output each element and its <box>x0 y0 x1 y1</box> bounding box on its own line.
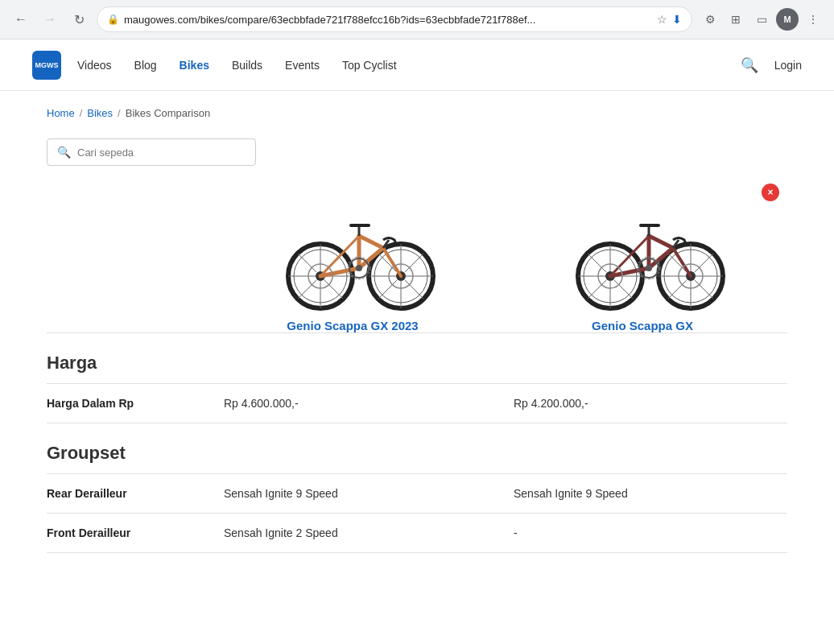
section-harga: Harga <box>47 333 787 384</box>
search-button[interactable]: 🔍 <box>741 56 758 74</box>
nav-links: Videos Blog Bikes Builds Events Top Cycl… <box>77 59 741 72</box>
bike-name-2: Genio Scappa GX <box>592 319 693 332</box>
bike-image-1 <box>264 192 441 312</box>
label-front-derailleur: Front Derailleur <box>47 526 208 539</box>
svg-line-43 <box>588 254 606 272</box>
svg-point-68 <box>646 265 652 271</box>
site-nav: MGWS Videos Blog Bikes Builds Events Top… <box>0 39 834 91</box>
breadcrumb-home[interactable]: Home <box>47 107 75 119</box>
nav-builds[interactable]: Builds <box>232 59 262 72</box>
close-bike-2-button[interactable]: × <box>762 184 779 201</box>
svg-point-32 <box>356 265 362 271</box>
bike-image-2 <box>554 192 731 312</box>
nav-videos[interactable]: Videos <box>77 59 112 72</box>
label-rear-derailleur: Rear Derailleur <box>47 487 208 500</box>
row-harga-dalam-rp: Harga Dalam Rp Rp 4.600.000,- Rp 4.200.0… <box>47 384 787 423</box>
svg-line-20 <box>405 254 423 272</box>
svg-line-55 <box>695 280 713 299</box>
svg-line-21 <box>378 280 397 299</box>
browser-right-icons: ⚙ ⊞ ▭ M ⋮ <box>699 8 824 31</box>
svg-line-19 <box>405 280 423 299</box>
value-rear-deraill-bike1: Sensah Ignite 9 Speed <box>208 487 498 500</box>
breadcrumb-sep-2: / <box>118 107 121 119</box>
page-content: Home / Bikes / Bikes Comparison 🔍 <box>14 91 820 585</box>
svg-line-8 <box>324 280 343 299</box>
bookmark-icon: ☆ <box>657 13 667 26</box>
search-input-wrapper: 🔍 <box>47 138 256 166</box>
svg-line-7 <box>298 254 316 272</box>
browser-chrome: ← → ↻ 🔒 maugowes.com/bikes/compare/63ecb… <box>0 0 834 39</box>
tab-search-button[interactable]: ⊞ <box>725 8 747 31</box>
svg-line-26 <box>383 248 401 276</box>
svg-line-44 <box>614 280 633 299</box>
svg-line-56 <box>695 254 713 272</box>
svg-line-57 <box>668 280 687 299</box>
section-groupset: Groupset <box>47 423 787 474</box>
lock-icon: 🔒 <box>107 14 119 25</box>
back-button[interactable]: ← <box>10 8 32 31</box>
value-harga-bike1: Rp 4.600.000,- <box>208 397 498 410</box>
nav-top-cyclist[interactable]: Top Cyclist <box>342 59 397 72</box>
url-text: maugowes.com/bikes/compare/63ecbbfade721… <box>124 14 652 26</box>
svg-line-46 <box>588 280 606 299</box>
bike-name-1: Genio Scappa GX 2023 <box>287 319 418 332</box>
reload-button[interactable]: ↻ <box>68 8 90 31</box>
forward-button[interactable]: → <box>39 8 61 31</box>
svg-line-61 <box>649 236 673 248</box>
cast-button[interactable]: ▭ <box>750 8 773 31</box>
bikes-header-row: Genio Scappa GX 2023 × <box>47 192 787 333</box>
nav-blog[interactable]: Blog <box>134 59 157 72</box>
profile-button[interactable]: M <box>776 8 799 31</box>
menu-button[interactable]: ⋮ <box>802 8 824 31</box>
nav-right: 🔍 Login <box>741 56 802 74</box>
svg-line-25 <box>359 236 383 248</box>
search-input[interactable] <box>77 147 246 159</box>
browser-toolbar: ← → ↻ 🔒 maugowes.com/bikes/compare/63ecb… <box>0 0 834 39</box>
nav-bikes[interactable]: Bikes <box>180 59 209 72</box>
breadcrumb-current: Bikes Comparison <box>126 107 211 119</box>
bike-card-2: × <box>498 192 787 332</box>
breadcrumb-sep-1: / <box>80 107 83 119</box>
value-front-deraill-bike2: - <box>498 526 787 539</box>
row-front-derailleur: Front Derailleur Sensah Ignite 2 Speed - <box>47 514 787 553</box>
extensions-button[interactable]: ⚙ <box>699 8 721 31</box>
comparison-table: Harga Harga Dalam Rp Rp 4.600.000,- Rp 4… <box>47 333 787 553</box>
value-harga-bike2: Rp 4.200.000,- <box>498 397 787 410</box>
bike-card-1: Genio Scappa GX 2023 <box>208 192 498 332</box>
download-icon: ⬇ <box>672 13 682 26</box>
value-front-deraill-bike1: Sensah Ignite 2 Speed <box>208 526 498 539</box>
search-icon: 🔍 <box>57 146 71 159</box>
value-rear-deraill-bike2: Sensah Ignite 9 Speed <box>498 487 787 500</box>
bikes-header-spacer <box>47 192 208 332</box>
breadcrumb: Home / Bikes / Bikes Comparison <box>47 107 787 119</box>
row-rear-derailleur: Rear Derailleur Sensah Ignite 9 Speed Se… <box>47 474 787 514</box>
search-container: 🔍 <box>47 138 787 166</box>
svg-line-10 <box>298 280 316 299</box>
address-bar[interactable]: 🔒 maugowes.com/bikes/compare/63ecbbfade7… <box>97 6 692 32</box>
nav-events[interactable]: Events <box>285 59 320 72</box>
login-button[interactable]: Login <box>774 59 802 72</box>
label-harga-dalam-rp: Harga Dalam Rp <box>47 397 208 410</box>
breadcrumb-bikes[interactable]: Bikes <box>87 107 113 119</box>
svg-line-62 <box>673 248 691 276</box>
site-logo: MGWS <box>32 51 61 80</box>
